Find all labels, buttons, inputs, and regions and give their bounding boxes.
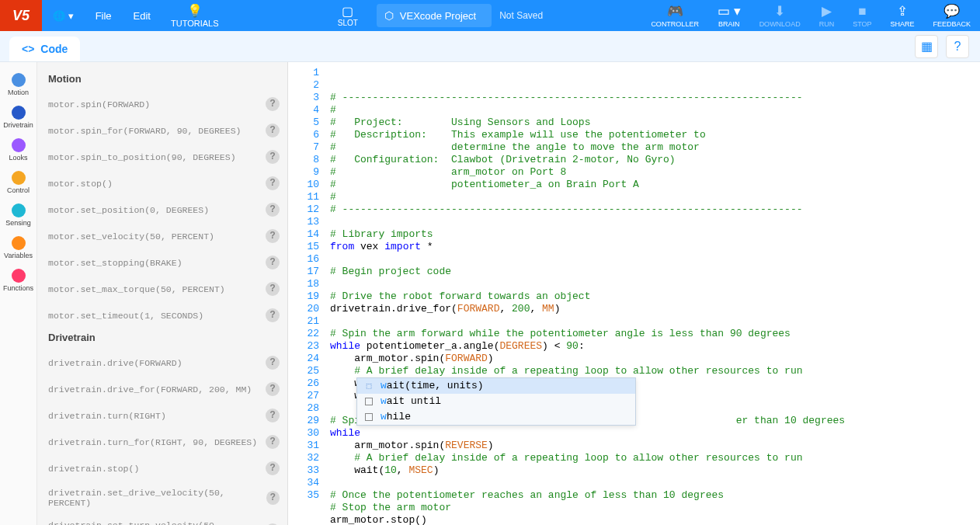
category-drivetrain[interactable]: Drivetrain xyxy=(0,101,36,134)
download-button[interactable]: ⬇DOWNLOAD xyxy=(750,3,810,28)
code-line[interactable]: while potentiometer_a.angle(DEGREES) < 9… xyxy=(330,340,980,353)
block-item[interactable]: drivetrain.turn_for(RIGHT, 90, DEGREES)? xyxy=(37,429,287,455)
code-line[interactable]: # xyxy=(330,191,980,203)
devices-button[interactable]: ▦ xyxy=(915,35,938,58)
block-help-icon[interactable]: ? xyxy=(266,256,280,269)
block-item[interactable]: motor.spin_to_position(90, DEGREES)? xyxy=(37,144,287,170)
category-variables[interactable]: Variables xyxy=(0,231,36,264)
block-item[interactable]: motor.stop()? xyxy=(37,170,287,196)
code-line[interactable]: # Stop the arm motor xyxy=(330,502,980,514)
controller-label: CONTROLLER xyxy=(651,20,699,28)
block-item[interactable]: motor.set_timeout(1, SECONDS)? xyxy=(37,302,287,329)
category-looks[interactable]: Looks xyxy=(0,134,36,166)
code-line[interactable]: # potentiometer_a on Brain Port A xyxy=(330,179,980,191)
block-help-icon[interactable]: ? xyxy=(266,308,280,322)
code-area[interactable]: # --------------------------------------… xyxy=(325,62,980,525)
code-line[interactable]: # Description: This example will use the… xyxy=(330,129,980,141)
category-label: Sensing xyxy=(5,219,31,227)
code-line[interactable] xyxy=(330,253,980,266)
code-line[interactable]: # --------------------------------------… xyxy=(330,92,980,104)
code-line[interactable]: arm_motor.spin(REVERSE) xyxy=(330,440,980,452)
code-line[interactable]: # Configuration: Clawbot (Drivetrain 2-m… xyxy=(330,154,980,166)
code-line[interactable] xyxy=(330,315,980,328)
block-help-icon[interactable]: ? xyxy=(266,97,280,111)
block-help-icon[interactable]: ? xyxy=(266,150,280,164)
category-functions[interactable]: Functions xyxy=(0,264,36,297)
category-motion[interactable]: Motion xyxy=(0,68,36,101)
category-dot-icon xyxy=(12,236,26,250)
block-item[interactable]: drivetrain.turn(RIGHT)? xyxy=(37,402,287,429)
code-line[interactable] xyxy=(330,216,980,228)
autocomplete-item[interactable]: while xyxy=(357,409,635,425)
feedback-button[interactable]: 💬FEEDBACK xyxy=(924,3,981,28)
block-item[interactable]: drivetrain.drive(FORWARD)? xyxy=(37,349,287,376)
block-help-icon[interactable]: ? xyxy=(266,491,280,505)
file-menu[interactable]: File xyxy=(85,10,123,22)
block-help-icon[interactable]: ? xyxy=(266,123,280,137)
code-icon: <> xyxy=(22,43,34,55)
block-help-icon[interactable]: ? xyxy=(266,203,280,217)
block-item[interactable]: motor.set_stopping(BRAKE)? xyxy=(37,249,287,276)
block-item[interactable]: drivetrain.drive_for(FORWARD, 200, MM)? xyxy=(37,376,287,402)
edit-menu[interactable]: Edit xyxy=(123,10,162,22)
code-line[interactable]: # Project: Using Sensors and Loops xyxy=(330,116,980,129)
code-line[interactable] xyxy=(330,278,980,290)
block-help-icon[interactable]: ? xyxy=(266,356,280,370)
block-help-icon[interactable]: ? xyxy=(266,435,280,449)
brain-button[interactable]: ▭ ▾BRAIN xyxy=(708,3,750,28)
block-list[interactable]: Motionmotor.spin(FORWARD)?motor.spin_for… xyxy=(37,62,288,525)
code-line[interactable] xyxy=(330,477,980,489)
feedback-label: FEEDBACK xyxy=(933,20,971,28)
category-control[interactable]: Control xyxy=(0,166,36,199)
code-tab[interactable]: <> Code xyxy=(9,37,80,61)
code-line[interactable]: # Begin project code xyxy=(330,266,980,278)
run-button[interactable]: ▶RUN xyxy=(810,3,844,28)
stop-button[interactable]: ■STOP xyxy=(843,4,881,28)
code-line[interactable]: # xyxy=(330,104,980,116)
block-item[interactable]: motor.spin_for(FORWARD, 90, DEGREES)? xyxy=(37,117,287,144)
autocomplete-item[interactable]: ⬚wait(time, units) xyxy=(357,378,635,394)
code-line[interactable]: # Spin the arm forward while the potenti… xyxy=(330,328,980,340)
block-help-icon[interactable]: ? xyxy=(266,282,280,296)
project-name[interactable]: ⬡ VEXcode Project xyxy=(377,4,492,27)
autocomplete-popup[interactable]: ⬚wait(time, units)wait untilwhile xyxy=(356,377,636,426)
code-line[interactable]: # A brief delay inside of a repeating lo… xyxy=(330,452,980,464)
block-item[interactable]: motor.set_max_torque(50, PERCENT)? xyxy=(37,276,287,302)
code-line[interactable]: arm_motor.stop() xyxy=(330,514,980,525)
code-line[interactable]: # arm_motor on Port 8 xyxy=(330,166,980,179)
code-line[interactable]: # Drive the robot forward towards an obj… xyxy=(330,290,980,303)
block-item[interactable]: drivetrain.set_turn_velocity(50, PERCENT… xyxy=(37,514,287,525)
code-line[interactable]: # determine the angle to move the arm mo… xyxy=(330,141,980,154)
block-help-icon[interactable]: ? xyxy=(266,461,280,475)
code-line[interactable]: arm_motor.spin(FORWARD) xyxy=(330,353,980,365)
code-line[interactable]: wait(10, MSEC) xyxy=(330,464,980,477)
code-line[interactable]: # Library imports xyxy=(330,228,980,241)
controller-button[interactable]: 🎮CONTROLLER xyxy=(641,3,708,28)
tutorials-button[interactable]: 💡 TUTORIALS xyxy=(162,0,228,31)
block-help-icon[interactable]: ? xyxy=(266,382,280,396)
right-group: 🎮CONTROLLER ▭ ▾BRAIN ⬇DOWNLOAD ▶RUN ■STO… xyxy=(641,3,980,28)
block-item[interactable]: motor.set_velocity(50, PERCENT)? xyxy=(37,223,287,249)
code-line[interactable]: # Once the potentiometer reaches an angl… xyxy=(330,489,980,502)
code-line[interactable]: from vex import * xyxy=(330,241,980,253)
code-line[interactable]: drivetrain.drive_for(FORWARD, 200, MM) xyxy=(330,303,980,315)
block-help-icon[interactable]: ? xyxy=(266,229,280,243)
block-item[interactable]: drivetrain.set_drive_velocity(50, PERCEN… xyxy=(37,482,287,514)
block-help-icon[interactable]: ? xyxy=(266,409,280,422)
slot-selector[interactable]: ▢ SLOT xyxy=(327,4,369,27)
block-item[interactable]: drivetrain.stop()? xyxy=(37,455,287,482)
code-line[interactable]: # --------------------------------------… xyxy=(330,203,980,216)
block-item[interactable]: motor.spin(FORWARD)? xyxy=(37,91,287,117)
code-line[interactable]: while xyxy=(330,427,980,440)
category-dot-icon xyxy=(12,171,26,185)
code-line[interactable]: # A brief delay inside of a repeating lo… xyxy=(330,365,980,377)
stop-icon: ■ xyxy=(858,4,866,19)
autocomplete-item[interactable]: wait until xyxy=(357,394,635,409)
help-button[interactable]: ? xyxy=(946,35,969,58)
share-button[interactable]: ⇪SHARE xyxy=(881,3,923,28)
language-dropdown[interactable]: 🌐 ▾ xyxy=(42,10,85,22)
block-help-icon[interactable]: ? xyxy=(266,176,280,190)
code-editor[interactable]: 1234567891011121314151617181920212223242… xyxy=(288,62,980,525)
category-sensing[interactable]: Sensing xyxy=(0,199,36,231)
block-item[interactable]: motor.set_position(0, DEGREES)? xyxy=(37,196,287,223)
